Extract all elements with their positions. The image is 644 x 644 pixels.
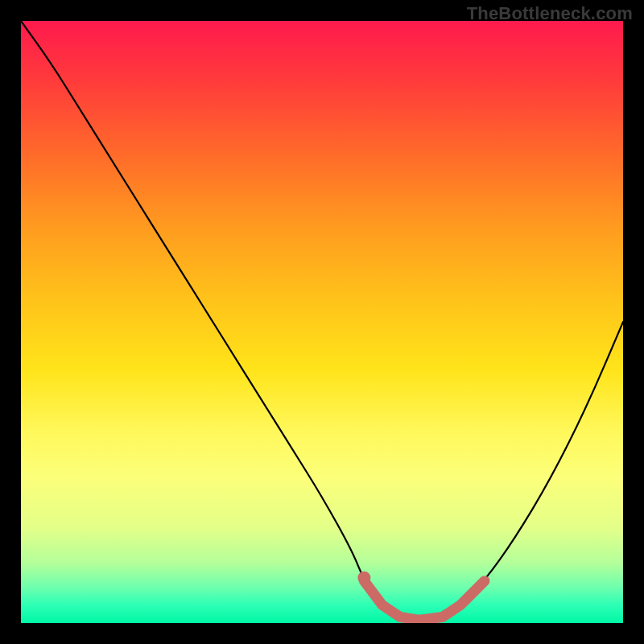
optimal-range-overlay bbox=[364, 581, 485, 621]
chart-plot bbox=[21, 21, 623, 623]
watermark-text: TheBottleneck.com bbox=[467, 3, 633, 24]
chart-frame bbox=[21, 21, 623, 623]
bottleneck-curve-line bbox=[21, 21, 623, 619]
